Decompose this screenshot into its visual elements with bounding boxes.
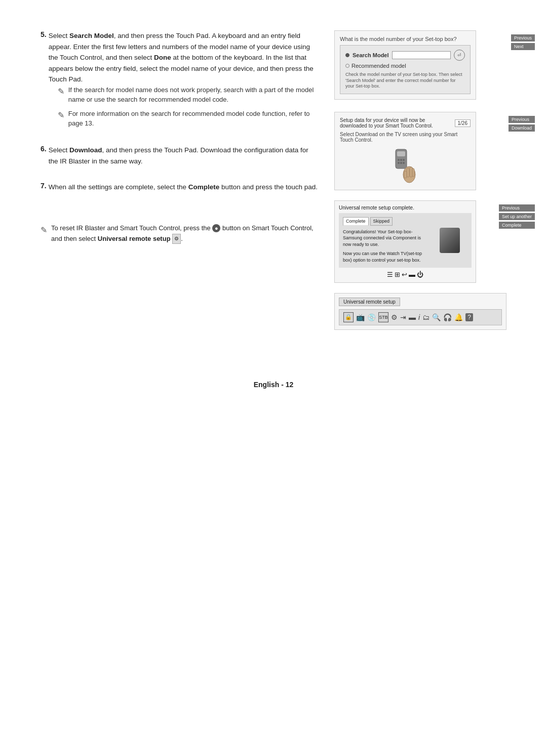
complete-box: Universal remote setup complete. Complet…	[334, 200, 476, 283]
svg-point-5	[398, 162, 400, 164]
svg-rect-10	[410, 167, 412, 177]
search-field-row: Search Model ⏎	[345, 50, 465, 61]
recommended-label: Recommended model	[351, 63, 406, 69]
universal-remote-icons-row: 🔒 📺 💿 STB ⚙ ⇥ ▬ i 🗂 🔍 🎧 🔔 ?	[339, 309, 502, 325]
complete-button[interactable]: Complete	[499, 222, 535, 229]
svg-rect-9	[407, 168, 409, 177]
note-pencil-icon-2: ✎	[58, 109, 64, 121]
complete-icon-row: ☰ ⊞ ↩ ▬ ⏻	[339, 271, 472, 278]
hand-remote-icon	[392, 147, 419, 185]
icon-settings: ⚙	[391, 313, 398, 321]
screenshot-search-model: What is the model number of your Set-top…	[334, 30, 506, 100]
step-6-text-prefix: Select	[49, 146, 69, 154]
screenshot-complete: Universal remote setup complete. Complet…	[334, 200, 506, 283]
svg-point-4	[403, 159, 405, 161]
progress-row: Setup data for your device will now be d…	[340, 117, 471, 129]
icon-list-icon: ☰	[387, 271, 393, 278]
next-button-1[interactable]: Next	[511, 43, 535, 50]
previous-button-2[interactable]: Previous	[509, 116, 535, 123]
main-layout: 5. Select Search Model, and then press t…	[41, 30, 506, 330]
icon-menu-bars: ▬	[409, 313, 416, 321]
step-5: 5. Select Search Model, and then press t…	[41, 30, 319, 133]
step-5-note2-text: For more information on the search for r…	[68, 109, 319, 129]
search-input-field[interactable]	[392, 51, 451, 59]
page-footer: English - 12	[41, 381, 506, 389]
svg-point-7	[403, 162, 405, 164]
icon-dvd: 💿	[367, 313, 376, 321]
skipped-tab[interactable]: Skipped	[370, 217, 393, 226]
step-7-body: When all the settings are complete, sele…	[49, 182, 318, 193]
reset-note: ✎ To reset IR Blaster and Smart Touch Co…	[41, 223, 319, 244]
step-5-bold1: Search Model	[69, 32, 114, 39]
complete-inner: Complete Skipped Congratulations! Your S…	[339, 213, 472, 268]
step-5-text-prefix: Select	[49, 32, 69, 39]
complete-title: Universal remote setup complete.	[339, 205, 472, 211]
recommended-radio-icon	[345, 64, 349, 68]
setup-another-button[interactable]: Set up another	[499, 213, 535, 220]
step-5-number: 5.	[41, 30, 47, 38]
icon-stb: STB	[378, 312, 388, 322]
reset-bold1: Universal remote setup	[98, 235, 171, 242]
download-box: Setup data for your device will now be d…	[334, 112, 476, 190]
complete-body-text1: Congratulations! Your Set-top box-Samsun…	[343, 229, 428, 248]
icon-search: 🔍	[432, 313, 441, 321]
progress-badge: 1/26	[455, 119, 471, 127]
recommended-row: Recommended model	[345, 63, 465, 69]
svg-rect-11	[412, 169, 414, 177]
page-number: English - 12	[254, 381, 294, 389]
icon-power-icon: ⏻	[417, 271, 423, 278]
step-5-bold2: Done	[154, 54, 171, 61]
complete-tab-row: Complete Skipped	[343, 217, 428, 226]
download-button[interactable]: Download	[509, 124, 535, 132]
screenshot-download: Setup data for your device will now be d…	[334, 112, 506, 190]
search-radio-icon	[345, 53, 349, 57]
svg-point-2	[398, 159, 400, 161]
complete-right-content	[432, 217, 467, 264]
search-side-note: Check the model number of your Set-top b…	[345, 72, 465, 90]
icon-question: ?	[465, 313, 473, 321]
previous-button-3[interactable]: Previous	[499, 204, 535, 212]
complete-tab[interactable]: Complete	[343, 217, 369, 226]
step-5-body: Select Search Model, and then press the …	[49, 30, 319, 133]
screenshots-column: What is the model number of your Set-top…	[334, 30, 506, 330]
icon-lock: 🔒	[343, 312, 354, 322]
complete-left-content: Complete Skipped Congratulations! Your S…	[343, 217, 428, 264]
search-go-icon[interactable]: ⏎	[454, 50, 465, 61]
svg-rect-12	[404, 171, 407, 178]
step-6-body: Select Download, and then press the Touc…	[49, 145, 319, 166]
download-buttons: Previous Download	[509, 116, 535, 132]
icon-channel-icon: ▬	[409, 271, 415, 278]
step-6: 6. Select Download, and then press the T…	[41, 145, 319, 166]
search-model-inner: Search Model ⏎ Recommended model Check t…	[340, 45, 471, 94]
reset-note-text: To reset IR Blaster and Smart Touch Cont…	[51, 223, 319, 244]
universal-remote-tab[interactable]: Universal remote setup	[339, 298, 400, 306]
icon-apps: 🔔	[454, 313, 463, 321]
screenshot-universal-remote: Universal remote setup 🔒 📺 💿 STB ⚙ ⇥ ▬ i…	[334, 293, 506, 330]
hand-icon-area	[340, 147, 471, 185]
search-model-box: What is the model number of your Set-top…	[334, 30, 476, 100]
icon-back-icon: ↩	[402, 271, 407, 278]
step-7: 7. When all the settings are complete, s…	[41, 182, 319, 193]
step-7-text2: button and press the touch pad.	[219, 183, 318, 191]
search-model-buttons: Previous Next	[511, 34, 535, 50]
previous-button-1[interactable]: Previous	[511, 34, 535, 41]
icon-headset: 🎧	[443, 313, 452, 321]
download-instruction: Select Download on the TV screen using y…	[340, 132, 471, 143]
svg-point-6	[400, 162, 402, 164]
icon-info: i	[418, 313, 420, 321]
svg-rect-1	[397, 151, 405, 156]
device-thumbnail-icon	[440, 228, 460, 253]
step-7-number: 7.	[41, 182, 47, 190]
icon-input: ⇥	[400, 313, 406, 321]
icon-grid-icon: ⊞	[395, 271, 400, 278]
page-content: 5. Select Search Model, and then press t…	[41, 30, 506, 340]
step-5-note1-text: If the search for model name does not wo…	[68, 85, 319, 105]
gear-icon-badge: ⚙	[172, 234, 181, 244]
search-field-label: Search Model	[353, 52, 389, 58]
icon-tv: 📺	[356, 313, 365, 321]
svg-point-3	[400, 159, 402, 161]
step-7-text-prefix: When all the settings are complete, sele…	[49, 183, 188, 191]
step-5-note1: ✎ If the search for model name does not …	[58, 85, 319, 105]
remote-button-symbol: ●	[212, 224, 220, 232]
download-title-text: Setup data for your device will now be d…	[340, 117, 452, 129]
